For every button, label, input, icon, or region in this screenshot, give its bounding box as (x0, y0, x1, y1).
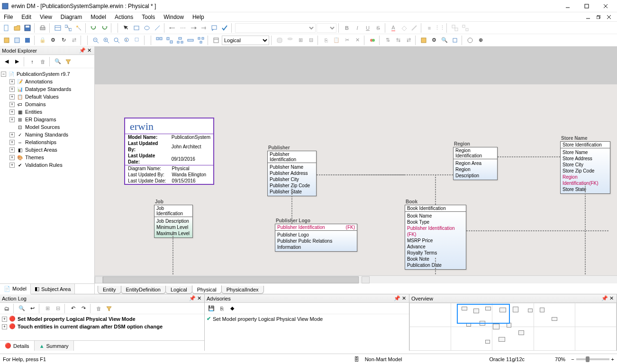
selection-icon[interactable] (121, 23, 131, 33)
tool-a-icon[interactable] (419, 36, 428, 45)
rel-4-icon[interactable] (199, 23, 209, 33)
expand-icon[interactable]: + (9, 117, 15, 122)
close-button[interactable] (596, 1, 615, 11)
open-icon[interactable] (12, 23, 22, 33)
menu-model[interactable]: Model (90, 14, 107, 20)
view-selector-combo[interactable]: Logical (222, 36, 269, 45)
compare-icon[interactable]: ⇄ (69, 36, 79, 45)
tree-node-diagrams[interactable]: +⊞ER Diagrams (9, 116, 93, 123)
tree-node-annotations[interactable]: +📝Annotations (9, 78, 93, 85)
nav-back-icon[interactable]: ◀ (2, 57, 11, 66)
font-family-combo[interactable] (235, 23, 316, 33)
menu-diagram[interactable]: Diagram (60, 14, 83, 20)
zoom-in-button[interactable]: + (611, 356, 614, 362)
log-undo-icon[interactable]: ↶ (68, 304, 78, 313)
explorer-tree[interactable]: − 📄 PublicationSystem r9.7 +📝Annotations… (0, 68, 94, 283)
cc-icon[interactable] (368, 36, 377, 45)
log-filter-icon[interactable] (104, 304, 114, 313)
tree-node-domains[interactable]: +🏷Domains (9, 100, 93, 108)
nav-up-icon[interactable]: ↑ (27, 57, 37, 66)
overview-viewport[interactable] (457, 304, 510, 324)
close-icon[interactable]: ✕ (608, 295, 615, 302)
zoom-control[interactable]: − + (571, 356, 614, 362)
log-prev-icon[interactable]: ↩ (27, 304, 37, 313)
tab-logical[interactable]: Logical (165, 286, 192, 294)
model-info-box[interactable]: erwin Model Name:PublicationSystem Last … (124, 118, 214, 185)
zoom-out-button[interactable]: − (571, 356, 574, 362)
tree-node-validation[interactable]: +✔Validation Rules (9, 161, 93, 169)
menu-file[interactable]: File (3, 14, 14, 20)
rel-3-icon[interactable] (189, 23, 198, 33)
menu-view[interactable]: View (39, 14, 53, 20)
annotation-icon[interactable] (209, 23, 219, 33)
undo-icon[interactable] (89, 23, 99, 33)
expand-icon[interactable]: + (9, 132, 15, 137)
mart-connect-icon[interactable] (2, 36, 11, 45)
zoom-thumb[interactable] (586, 356, 590, 362)
rel-2-icon[interactable] (178, 23, 188, 33)
expand-icon[interactable]: + (9, 94, 15, 100)
mdi-restore-button[interactable] (593, 13, 604, 21)
align-distribute-icon[interactable]: ⋮⋮ (435, 23, 445, 33)
db-2-icon[interactable] (285, 36, 295, 45)
rect-icon[interactable] (132, 23, 141, 33)
expand-icon[interactable]: + (2, 317, 7, 322)
scroll-track[interactable] (103, 276, 359, 283)
entity-job[interactable]: Job Identification Job Description Minim… (154, 205, 193, 238)
pin-icon[interactable]: 📌 (79, 47, 86, 54)
expand-icon[interactable]: + (9, 163, 15, 168)
db-3-icon[interactable]: ⊞ (296, 36, 305, 45)
gears-icon[interactable]: ⚙ (48, 36, 58, 45)
refresh-icon[interactable]: ↻ (59, 36, 68, 45)
tree-root[interactable]: − 📄 PublicationSystem r9.7 (1, 70, 93, 78)
db-1-icon[interactable] (275, 36, 284, 45)
close-icon[interactable]: ✕ (196, 295, 202, 302)
close-icon[interactable]: ✕ (86, 47, 92, 54)
print-icon[interactable] (38, 23, 47, 33)
entity-region[interactable]: Region Identification Region Area Region… (453, 147, 498, 180)
log-entry[interactable]: + 🔴 Touch entities in current diagram af… (2, 323, 202, 330)
expand-icon[interactable]: + (2, 324, 7, 329)
line-icon[interactable] (153, 23, 162, 33)
fill-color-icon[interactable] (399, 23, 408, 33)
ungroup-icon[interactable] (461, 23, 470, 33)
layout-1-icon[interactable] (154, 36, 164, 45)
tab-physicalindex[interactable]: PhysicalIndex (221, 286, 264, 294)
advisories-content[interactable]: ✔ Set Model property Logical Physical Vi… (205, 314, 409, 351)
font-color-icon[interactable]: A (389, 23, 398, 33)
pin-icon[interactable]: 📌 (394, 295, 400, 302)
tab-details[interactable]: 🔴Details (0, 341, 35, 351)
redo-icon[interactable] (100, 23, 109, 33)
expand-icon[interactable]: + (9, 155, 15, 160)
menu-edit[interactable]: Edit (20, 14, 32, 20)
new-icon[interactable] (2, 23, 11, 33)
log-find-icon[interactable]: 🔍 (17, 304, 27, 313)
font-size-combo[interactable] (317, 23, 336, 33)
zoom-out-icon[interactable] (91, 36, 100, 45)
sync-2-icon[interactable]: ⇆ (393, 36, 403, 45)
pin-icon[interactable]: 📌 (189, 295, 196, 302)
log-redo-icon[interactable]: ↷ (79, 304, 88, 313)
tool-e-icon[interactable] (465, 36, 475, 45)
expand-icon[interactable]: + (9, 109, 15, 115)
adv-filter-icon[interactable]: ◆ (227, 304, 237, 313)
expand-icon[interactable]: + (9, 140, 15, 145)
menu-tools[interactable]: Tools (141, 14, 156, 20)
tree-node-datatype[interactable]: +📊Datatype Standards (9, 85, 93, 93)
line-color-icon[interactable] (409, 23, 419, 33)
scroll-right-icon[interactable] (362, 276, 370, 283)
adv-save-icon[interactable]: 💾 (207, 304, 216, 313)
lock-icon[interactable]: 🔒 (38, 36, 47, 45)
save-icon[interactable] (23, 23, 32, 33)
tree-node-sources[interactable]: ⊡Model Sources (9, 123, 93, 131)
bold-icon[interactable]: B (342, 23, 352, 33)
layout-2-icon[interactable] (165, 36, 174, 45)
log-clear-icon[interactable]: 🗑 (94, 304, 103, 313)
menu-help[interactable]: Help (191, 14, 205, 20)
tab-subject-area[interactable]: ◧Subject Area (31, 284, 75, 294)
log-entry[interactable]: + 🔴 Set Model property Logical Physical … (2, 315, 202, 323)
tool-c-icon[interactable]: 🔍 (440, 36, 449, 45)
tab-model[interactable]: 📄Model (0, 284, 31, 294)
sync-3-icon[interactable]: ⇄ (404, 36, 413, 45)
align-left-icon[interactable]: ≡ (425, 23, 434, 33)
